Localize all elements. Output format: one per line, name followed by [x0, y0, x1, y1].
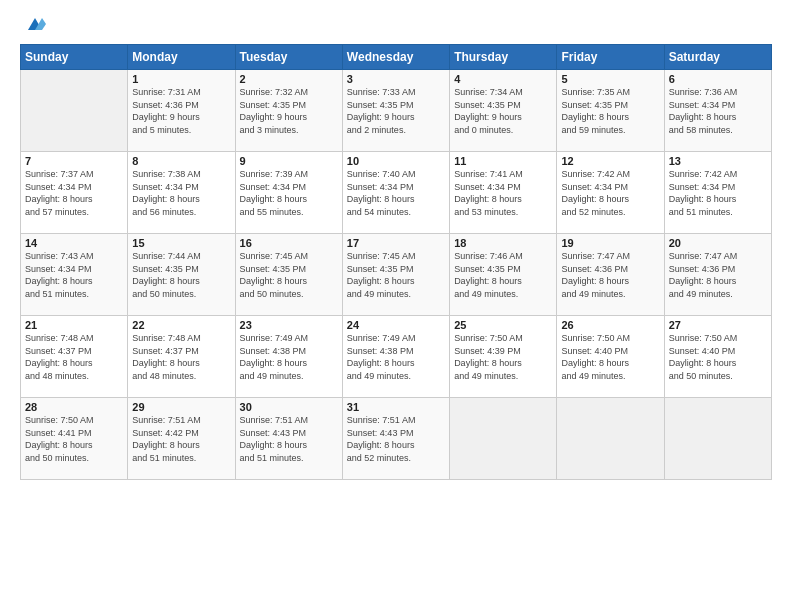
day-info: Sunrise: 7:38 AM Sunset: 4:34 PM Dayligh… — [132, 168, 230, 218]
calendar-day-cell: 17Sunrise: 7:45 AM Sunset: 4:35 PM Dayli… — [342, 234, 449, 316]
day-number: 25 — [454, 319, 552, 331]
calendar-table: SundayMondayTuesdayWednesdayThursdayFrid… — [20, 44, 772, 480]
calendar-day-cell: 3Sunrise: 7:33 AM Sunset: 4:35 PM Daylig… — [342, 70, 449, 152]
day-info: Sunrise: 7:45 AM Sunset: 4:35 PM Dayligh… — [240, 250, 338, 300]
day-info: Sunrise: 7:50 AM Sunset: 4:39 PM Dayligh… — [454, 332, 552, 382]
day-info: Sunrise: 7:42 AM Sunset: 4:34 PM Dayligh… — [561, 168, 659, 218]
calendar-day-cell: 18Sunrise: 7:46 AM Sunset: 4:35 PM Dayli… — [450, 234, 557, 316]
day-number: 19 — [561, 237, 659, 249]
day-number: 3 — [347, 73, 445, 85]
day-number: 15 — [132, 237, 230, 249]
calendar-day-cell: 28Sunrise: 7:50 AM Sunset: 4:41 PM Dayli… — [21, 398, 128, 480]
day-info: Sunrise: 7:44 AM Sunset: 4:35 PM Dayligh… — [132, 250, 230, 300]
calendar-day-cell: 12Sunrise: 7:42 AM Sunset: 4:34 PM Dayli… — [557, 152, 664, 234]
day-number: 13 — [669, 155, 767, 167]
calendar-day-cell: 15Sunrise: 7:44 AM Sunset: 4:35 PM Dayli… — [128, 234, 235, 316]
header — [20, 16, 772, 34]
day-number: 31 — [347, 401, 445, 413]
day-info: Sunrise: 7:33 AM Sunset: 4:35 PM Dayligh… — [347, 86, 445, 136]
day-info: Sunrise: 7:47 AM Sunset: 4:36 PM Dayligh… — [561, 250, 659, 300]
calendar-week-row: 7Sunrise: 7:37 AM Sunset: 4:34 PM Daylig… — [21, 152, 772, 234]
day-info: Sunrise: 7:36 AM Sunset: 4:34 PM Dayligh… — [669, 86, 767, 136]
day-info: Sunrise: 7:50 AM Sunset: 4:41 PM Dayligh… — [25, 414, 123, 464]
calendar-day-cell — [557, 398, 664, 480]
day-info: Sunrise: 7:37 AM Sunset: 4:34 PM Dayligh… — [25, 168, 123, 218]
calendar-day-cell: 22Sunrise: 7:48 AM Sunset: 4:37 PM Dayli… — [128, 316, 235, 398]
logo-icon — [24, 16, 46, 34]
calendar-week-row: 21Sunrise: 7:48 AM Sunset: 4:37 PM Dayli… — [21, 316, 772, 398]
day-number: 23 — [240, 319, 338, 331]
calendar-day-cell: 2Sunrise: 7:32 AM Sunset: 4:35 PM Daylig… — [235, 70, 342, 152]
day-info: Sunrise: 7:34 AM Sunset: 4:35 PM Dayligh… — [454, 86, 552, 136]
calendar-week-row: 28Sunrise: 7:50 AM Sunset: 4:41 PM Dayli… — [21, 398, 772, 480]
calendar-week-row: 1Sunrise: 7:31 AM Sunset: 4:36 PM Daylig… — [21, 70, 772, 152]
day-number: 5 — [561, 73, 659, 85]
day-info: Sunrise: 7:51 AM Sunset: 4:43 PM Dayligh… — [240, 414, 338, 464]
day-info: Sunrise: 7:50 AM Sunset: 4:40 PM Dayligh… — [669, 332, 767, 382]
logo — [20, 16, 46, 34]
day-info: Sunrise: 7:39 AM Sunset: 4:34 PM Dayligh… — [240, 168, 338, 218]
day-info: Sunrise: 7:35 AM Sunset: 4:35 PM Dayligh… — [561, 86, 659, 136]
calendar-day-cell — [21, 70, 128, 152]
calendar-day-cell: 4Sunrise: 7:34 AM Sunset: 4:35 PM Daylig… — [450, 70, 557, 152]
day-number: 6 — [669, 73, 767, 85]
weekday-header-cell: Monday — [128, 45, 235, 70]
weekday-header-cell: Saturday — [664, 45, 771, 70]
calendar-day-cell: 6Sunrise: 7:36 AM Sunset: 4:34 PM Daylig… — [664, 70, 771, 152]
day-info: Sunrise: 7:32 AM Sunset: 4:35 PM Dayligh… — [240, 86, 338, 136]
day-number: 2 — [240, 73, 338, 85]
weekday-header-cell: Friday — [557, 45, 664, 70]
calendar-day-cell: 25Sunrise: 7:50 AM Sunset: 4:39 PM Dayli… — [450, 316, 557, 398]
calendar-day-cell: 20Sunrise: 7:47 AM Sunset: 4:36 PM Dayli… — [664, 234, 771, 316]
day-info: Sunrise: 7:49 AM Sunset: 4:38 PM Dayligh… — [240, 332, 338, 382]
day-number: 12 — [561, 155, 659, 167]
day-number: 11 — [454, 155, 552, 167]
day-number: 17 — [347, 237, 445, 249]
calendar-day-cell: 30Sunrise: 7:51 AM Sunset: 4:43 PM Dayli… — [235, 398, 342, 480]
calendar-day-cell: 29Sunrise: 7:51 AM Sunset: 4:42 PM Dayli… — [128, 398, 235, 480]
day-number: 18 — [454, 237, 552, 249]
calendar-day-cell: 14Sunrise: 7:43 AM Sunset: 4:34 PM Dayli… — [21, 234, 128, 316]
calendar-day-cell: 13Sunrise: 7:42 AM Sunset: 4:34 PM Dayli… — [664, 152, 771, 234]
day-info: Sunrise: 7:50 AM Sunset: 4:40 PM Dayligh… — [561, 332, 659, 382]
calendar-day-cell: 11Sunrise: 7:41 AM Sunset: 4:34 PM Dayli… — [450, 152, 557, 234]
calendar-day-cell: 26Sunrise: 7:50 AM Sunset: 4:40 PM Dayli… — [557, 316, 664, 398]
day-info: Sunrise: 7:51 AM Sunset: 4:43 PM Dayligh… — [347, 414, 445, 464]
calendar-day-cell: 16Sunrise: 7:45 AM Sunset: 4:35 PM Dayli… — [235, 234, 342, 316]
day-number: 29 — [132, 401, 230, 413]
day-number: 30 — [240, 401, 338, 413]
calendar-day-cell: 8Sunrise: 7:38 AM Sunset: 4:34 PM Daylig… — [128, 152, 235, 234]
day-info: Sunrise: 7:43 AM Sunset: 4:34 PM Dayligh… — [25, 250, 123, 300]
calendar-day-cell: 9Sunrise: 7:39 AM Sunset: 4:34 PM Daylig… — [235, 152, 342, 234]
day-number: 21 — [25, 319, 123, 331]
day-info: Sunrise: 7:46 AM Sunset: 4:35 PM Dayligh… — [454, 250, 552, 300]
day-info: Sunrise: 7:45 AM Sunset: 4:35 PM Dayligh… — [347, 250, 445, 300]
weekday-header-cell: Sunday — [21, 45, 128, 70]
calendar-day-cell: 10Sunrise: 7:40 AM Sunset: 4:34 PM Dayli… — [342, 152, 449, 234]
day-number: 1 — [132, 73, 230, 85]
calendar-day-cell — [664, 398, 771, 480]
calendar-day-cell: 23Sunrise: 7:49 AM Sunset: 4:38 PM Dayli… — [235, 316, 342, 398]
day-number: 26 — [561, 319, 659, 331]
day-info: Sunrise: 7:41 AM Sunset: 4:34 PM Dayligh… — [454, 168, 552, 218]
day-number: 8 — [132, 155, 230, 167]
day-info: Sunrise: 7:31 AM Sunset: 4:36 PM Dayligh… — [132, 86, 230, 136]
day-info: Sunrise: 7:51 AM Sunset: 4:42 PM Dayligh… — [132, 414, 230, 464]
day-info: Sunrise: 7:48 AM Sunset: 4:37 PM Dayligh… — [132, 332, 230, 382]
day-info: Sunrise: 7:42 AM Sunset: 4:34 PM Dayligh… — [669, 168, 767, 218]
calendar-day-cell: 21Sunrise: 7:48 AM Sunset: 4:37 PM Dayli… — [21, 316, 128, 398]
calendar-day-cell: 27Sunrise: 7:50 AM Sunset: 4:40 PM Dayli… — [664, 316, 771, 398]
day-info: Sunrise: 7:40 AM Sunset: 4:34 PM Dayligh… — [347, 168, 445, 218]
day-number: 28 — [25, 401, 123, 413]
weekday-header-cell: Thursday — [450, 45, 557, 70]
day-number: 24 — [347, 319, 445, 331]
calendar-day-cell: 1Sunrise: 7:31 AM Sunset: 4:36 PM Daylig… — [128, 70, 235, 152]
day-number: 27 — [669, 319, 767, 331]
day-number: 10 — [347, 155, 445, 167]
calendar-day-cell: 31Sunrise: 7:51 AM Sunset: 4:43 PM Dayli… — [342, 398, 449, 480]
weekday-header-cell: Tuesday — [235, 45, 342, 70]
day-number: 9 — [240, 155, 338, 167]
calendar-day-cell: 5Sunrise: 7:35 AM Sunset: 4:35 PM Daylig… — [557, 70, 664, 152]
calendar-week-row: 14Sunrise: 7:43 AM Sunset: 4:34 PM Dayli… — [21, 234, 772, 316]
day-info: Sunrise: 7:49 AM Sunset: 4:38 PM Dayligh… — [347, 332, 445, 382]
